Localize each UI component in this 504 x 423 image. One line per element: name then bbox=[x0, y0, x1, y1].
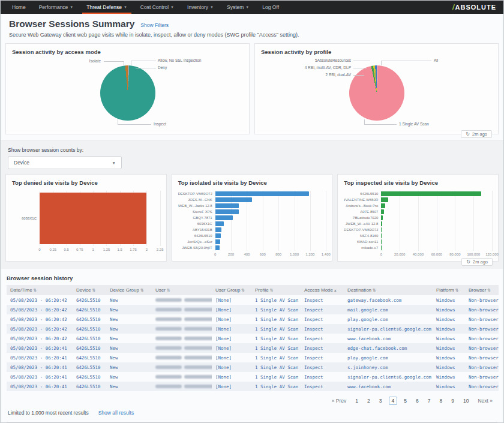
column-header-user-group[interactable]: User Group⇅ bbox=[212, 285, 251, 295]
page-button-2[interactable]: 2 bbox=[365, 397, 373, 404]
nav-item-cost-control[interactable]: Cost Control▼ bbox=[134, 1, 181, 14]
table-cell: 6426L5510 bbox=[73, 372, 106, 382]
next-page-button[interactable]: Next » bbox=[475, 397, 495, 404]
bar[interactable] bbox=[215, 233, 221, 238]
page-button-7[interactable]: 7 bbox=[425, 397, 433, 404]
column-header-device[interactable]: Device⇅ bbox=[73, 285, 106, 295]
bar[interactable] bbox=[215, 245, 220, 250]
bar-category-label: A07E-8507 bbox=[344, 209, 381, 215]
column-header-platform[interactable]: Platform⇅ bbox=[433, 285, 465, 295]
access-mode-pie-chart[interactable] bbox=[100, 65, 155, 121]
bar-row bbox=[381, 245, 492, 251]
bar[interactable] bbox=[381, 221, 382, 226]
bar[interactable] bbox=[381, 191, 481, 196]
table-cell: Inspect bbox=[301, 372, 344, 382]
bar[interactable] bbox=[381, 227, 382, 232]
bar-row bbox=[215, 233, 326, 239]
page-button-5[interactable]: 5 bbox=[401, 397, 409, 404]
bar[interactable] bbox=[215, 191, 309, 196]
nav-item-threat-defense[interactable]: Threat Defense▼ bbox=[80, 1, 134, 14]
session-counts-control: Show browser session counts by: Device ▼ bbox=[5, 146, 499, 174]
x-tick-label: 1.5 bbox=[118, 248, 122, 251]
profile-pie-chart[interactable] bbox=[349, 65, 404, 121]
user-cell-redacted bbox=[152, 353, 212, 362]
table-cell: 05/08/2023 - 06:20:41 bbox=[7, 362, 73, 372]
top-isolated-panel: Top isolated site visits by Device DESKT… bbox=[172, 174, 333, 262]
bar[interactable] bbox=[215, 215, 233, 220]
user-cell-redacted bbox=[152, 295, 212, 305]
page-button-9[interactable]: 9 bbox=[449, 397, 457, 404]
nav-item-inventory[interactable]: Inventory▼ bbox=[181, 1, 220, 14]
bar-row bbox=[215, 221, 326, 227]
nav-item-performance[interactable]: Performance▼ bbox=[32, 1, 80, 14]
last-refreshed-badge[interactable]: ↻ 2m ago bbox=[461, 130, 492, 138]
table-cell: Non-browser bbox=[465, 353, 499, 362]
bar[interactable] bbox=[381, 233, 382, 238]
column-header-user[interactable]: User⇅ bbox=[152, 285, 212, 295]
redacted-text bbox=[184, 346, 212, 350]
isolated-bar-chart[interactable]: DESKTOP-VM69O7JJOES-M...CNKJWEB_W...Jack… bbox=[178, 191, 326, 259]
bar[interactable] bbox=[381, 203, 385, 208]
bar-category-label: JonSrQe...eSur bbox=[178, 239, 215, 245]
bar[interactable] bbox=[381, 197, 388, 202]
redacted-text bbox=[184, 365, 212, 369]
nav-item-label: Threat Defense bbox=[86, 4, 122, 10]
bar-row bbox=[215, 197, 326, 203]
table-cell: 6426L5510 bbox=[73, 305, 106, 314]
counts-by-select[interactable]: Device ▼ bbox=[8, 156, 122, 169]
redacted-text bbox=[184, 337, 212, 340]
page-button-6[interactable]: 6 bbox=[413, 397, 421, 404]
prev-page-button[interactable]: « Prev bbox=[329, 397, 349, 404]
table-row: 05/08/2023 - 06:20:416426L5510New[None]1… bbox=[7, 362, 499, 372]
bar-row bbox=[215, 191, 326, 197]
bar[interactable] bbox=[215, 239, 221, 244]
bar[interactable] bbox=[215, 227, 221, 232]
nav-item-system[interactable]: System▼ bbox=[220, 1, 256, 14]
column-header-profile[interactable]: Profile⇅ bbox=[251, 285, 301, 295]
show-all-results-link[interactable]: Show all results bbox=[98, 410, 134, 416]
bar-category-label: KMAD-son11 bbox=[344, 239, 381, 245]
sort-icon: ▴ bbox=[334, 288, 337, 292]
table-cell: Inspect bbox=[301, 353, 344, 362]
column-header-date-time[interactable]: Date/Time⇅ bbox=[7, 285, 73, 295]
table-cell: 05/08/2023 - 06:20:41 bbox=[7, 353, 73, 362]
x-tick-label: 80,000 bbox=[449, 253, 460, 256]
column-header-destination[interactable]: Destination⇅ bbox=[344, 285, 433, 295]
table-cell: signaler-pa.clients6.google.com bbox=[344, 324, 433, 334]
column-header-access-mode[interactable]: Access Mode▴ bbox=[301, 285, 344, 295]
table-cell: New bbox=[106, 372, 152, 382]
table-row: 05/08/2023 - 06:20:416426L5510New[None]1… bbox=[7, 353, 499, 362]
inspected-bar-chart[interactable]: 6426L5510WVALENTINE-W650RAndrew's...Book… bbox=[344, 191, 492, 259]
bar[interactable] bbox=[215, 209, 239, 214]
page-button-4[interactable]: 4 bbox=[389, 397, 398, 405]
bar[interactable] bbox=[215, 221, 224, 226]
bar[interactable] bbox=[215, 203, 239, 208]
table-row: 05/08/2023 - 06:20:426426L5510New[None]1… bbox=[7, 324, 499, 334]
sort-icon: ⇅ bbox=[241, 288, 245, 292]
bar[interactable] bbox=[381, 215, 383, 220]
show-filters-link[interactable]: Show Filters bbox=[140, 22, 169, 28]
bar[interactable] bbox=[381, 209, 384, 214]
bar-category-label: ABY15401B bbox=[178, 227, 215, 233]
nav-item-label: System bbox=[227, 4, 244, 10]
column-header-browser[interactable]: Browser⇅ bbox=[465, 285, 499, 295]
page-button-8[interactable]: 8 bbox=[437, 397, 445, 404]
history-heading: Browser session history bbox=[7, 272, 497, 285]
table-cell: Non-browser bbox=[465, 362, 499, 372]
nav-item-log-off[interactable]: Log Off bbox=[256, 1, 286, 14]
bar[interactable] bbox=[215, 197, 252, 202]
results-limit-text: Limited to 1,000 most recent results bbox=[8, 410, 89, 416]
page-button-10[interactable]: 10 bbox=[461, 397, 471, 404]
table-cell: 1 Single AV Scan bbox=[251, 353, 301, 362]
x-tick-label: 1,200 bbox=[305, 253, 314, 256]
x-tick-label: 40,000 bbox=[413, 253, 424, 256]
nav-item-home[interactable]: Home bbox=[5, 1, 32, 14]
column-header-device-group[interactable]: Device Group⇅ bbox=[106, 285, 152, 295]
bar-category-label: PBLatitude7020 bbox=[344, 215, 381, 221]
page-button-3[interactable]: 3 bbox=[377, 397, 385, 404]
table-cell: Inspect bbox=[301, 314, 344, 324]
page-button-1[interactable]: 1 bbox=[353, 397, 361, 404]
last-refreshed-badge[interactable]: ↻ 2m ago bbox=[461, 258, 493, 266]
bar[interactable] bbox=[40, 193, 146, 244]
denied-bar-chart[interactable]: 6036X1C 00.250.50.7511.251.51.7522.25 bbox=[12, 191, 160, 254]
